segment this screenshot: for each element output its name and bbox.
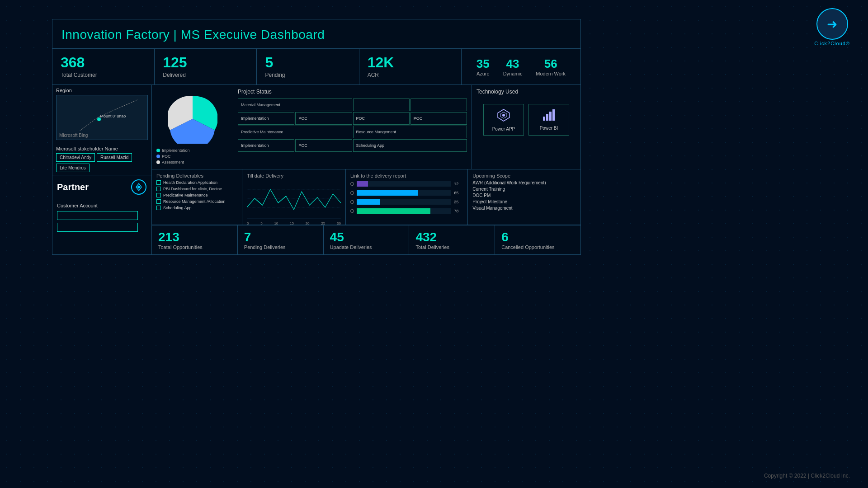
stat-modern-work: 56 Modern Work	[536, 57, 566, 76]
top-stats-row: 368 Total Customer 125 Delivered 5 Pendi…	[52, 48, 580, 85]
svg-line-1	[80, 117, 98, 131]
stat-label-delivered: Delivered	[163, 72, 248, 78]
stakeholder-btn-0[interactable]: Chitradevi Andy	[56, 153, 95, 162]
ps-cell-impl: Implementation	[238, 112, 294, 125]
stat-label-pending: Pending	[265, 72, 350, 78]
ps-cell-material: Material Management	[238, 99, 352, 111]
region-panel: Region Mount 0' unao Microsoft Bing	[52, 85, 151, 143]
power-app-label: Power APP	[492, 127, 515, 131]
stat-number-customer: 368	[61, 55, 146, 70]
logo-icon: ➜	[816, 8, 848, 40]
project-status-panel: Project Status Material Management Imple…	[233, 85, 472, 169]
bar-track-3	[357, 208, 451, 214]
stakeholder-title: Microsoft stakeholder Name	[56, 146, 148, 151]
ps-cell-scheduling: Scheduling App	[353, 139, 467, 152]
ps-cell-poc4: POC	[295, 139, 352, 152]
svg-point-3	[137, 186, 140, 188]
power-bi-icon	[542, 109, 556, 124]
checkbox-1[interactable]	[156, 187, 161, 191]
stakeholder-btn-1[interactable]: Russell Mazid	[97, 153, 132, 162]
stat-number-delivered: 125	[163, 55, 248, 70]
x-label-2: 10	[274, 221, 278, 225]
left-sidebar: Region Mount 0' unao Microsoft Bing Micr…	[52, 85, 152, 254]
technology-title: Technology Used	[476, 89, 576, 95]
customer-inputs	[57, 211, 147, 232]
bottom-stat-lbl-1: Pending Deliveries	[244, 244, 317, 250]
tech-power-bi: Power BI	[528, 104, 569, 136]
ps-cell-poc2: POC	[353, 112, 410, 125]
stat-multi: 35 Azure 43 Dynamic 56 Modern Work	[462, 49, 580, 84]
x-label-5: 25	[321, 221, 325, 225]
bar-dot-2	[350, 200, 354, 204]
pending-item-4: Scheduling App	[163, 206, 192, 210]
stat-lbl-mw: Modern Work	[536, 71, 566, 76]
right-content: Implementation POC Assessment	[152, 85, 580, 254]
pending-item-1: PBI Dashboard for clinic, Doctoe ...	[163, 187, 226, 191]
customer-input-2[interactable]	[57, 223, 138, 232]
pending-deliverables-title: Pending Deliverables	[156, 173, 237, 178]
upcoming-scope-panel: Upcoming Scope AWR (Additional Work Requ…	[468, 169, 580, 225]
stat-num-dynamic: 43	[506, 57, 519, 71]
stakeholder-btn-2[interactable]: Lite Mendros	[56, 164, 90, 172]
svg-rect-7	[543, 117, 545, 121]
stat-num-mw: 56	[544, 57, 557, 71]
svg-rect-9	[549, 112, 552, 121]
bar-track-2	[357, 199, 451, 205]
stat-label-acr: ACR	[368, 72, 453, 78]
technology-panel: Technology Used Power APP	[472, 85, 580, 169]
power-bi-label: Power BI	[540, 126, 558, 131]
delivery-report-title: Link to the delivery report	[350, 173, 463, 178]
till-date-delivery-panel: Till date Delivery 0 5	[242, 169, 346, 225]
stat-number-pending: 5	[265, 55, 350, 70]
bottom-stat-1: 7 Pending Deliveries	[238, 225, 324, 254]
bar-item-1: 65	[350, 190, 463, 196]
checkbox-3[interactable]	[156, 199, 161, 204]
ps-cell-impl2: Implementation	[238, 139, 294, 152]
bottom-stat-4: 6 Cancelled Opportunities	[495, 225, 580, 254]
scope-item-3: Project Milestone	[472, 199, 576, 204]
scope-item-2: DOC PM	[472, 193, 576, 198]
checkbox-2[interactable]	[156, 193, 161, 197]
pie-chart	[168, 94, 217, 144]
pie-legend: Implementation POC Assessment	[156, 148, 228, 164]
bar-item-3: 78	[350, 208, 463, 214]
list-item: Predicative Maintenance	[156, 193, 237, 197]
bar-value-1: 65	[454, 191, 463, 195]
charts-row: Implementation POC Assessment	[152, 85, 580, 169]
stat-number-acr: 12K	[368, 55, 453, 70]
power-app-icon	[497, 108, 510, 125]
bottom-stat-num-2: 45	[330, 230, 403, 244]
stat-dynamic: 43 Dynamic	[503, 57, 523, 76]
stat-total-customer: 368 Total Customer	[52, 49, 155, 84]
stat-lbl-dynamic: Dynamic	[503, 71, 523, 76]
partner-title: Partner	[57, 182, 89, 192]
ps-cell-r1c3	[353, 99, 410, 111]
pending-deliverables-list: Health Declaration Application PBI Dashb…	[156, 180, 237, 210]
scope-list: AWR (Additional Work Requirement) Curren…	[472, 180, 576, 211]
bar-value-3: 78	[454, 209, 463, 213]
scope-item-4: Visual Management	[472, 206, 576, 211]
checkbox-0[interactable]	[156, 180, 161, 185]
x-label-3: 15	[290, 221, 294, 225]
upcoming-scope-title: Upcoming Scope	[472, 173, 576, 178]
list-item: Scheduling App	[156, 206, 237, 210]
map-location: Mount 0' unao	[100, 114, 126, 118]
pending-deliverables-panel: Pending Deliverables Health Declaration …	[152, 169, 242, 225]
bottom-stat-num-4: 6	[501, 230, 574, 244]
ps-cell-r1c4	[410, 99, 467, 111]
project-status-grid: Material Management Implementation POC P…	[238, 99, 467, 152]
bar-track-1	[357, 190, 451, 196]
stat-lbl-azure: Azure	[476, 71, 490, 76]
svg-rect-8	[546, 114, 548, 121]
bottom-stat-num-0: 213	[158, 230, 231, 244]
customer-input-1[interactable]	[57, 211, 138, 220]
bottom-stats-row: 213 Toatal Opportunities 7 Pending Deliv…	[152, 225, 580, 254]
stakeholder-panel: Microsoft stakeholder Name Chitradevi An…	[52, 143, 151, 175]
dashboard-container: Innovation Factory | MS Execuive Dashboa…	[52, 19, 581, 255]
bar-dot-3	[350, 209, 354, 213]
checkbox-4[interactable]	[156, 206, 161, 210]
bar-value-2: 25	[454, 200, 463, 204]
pie-chart-panel: Implementation POC Assessment	[152, 85, 233, 169]
stat-label-customer: Total Customer	[61, 72, 146, 78]
delivery-report-panel: Link to the delivery report 12	[346, 169, 468, 225]
